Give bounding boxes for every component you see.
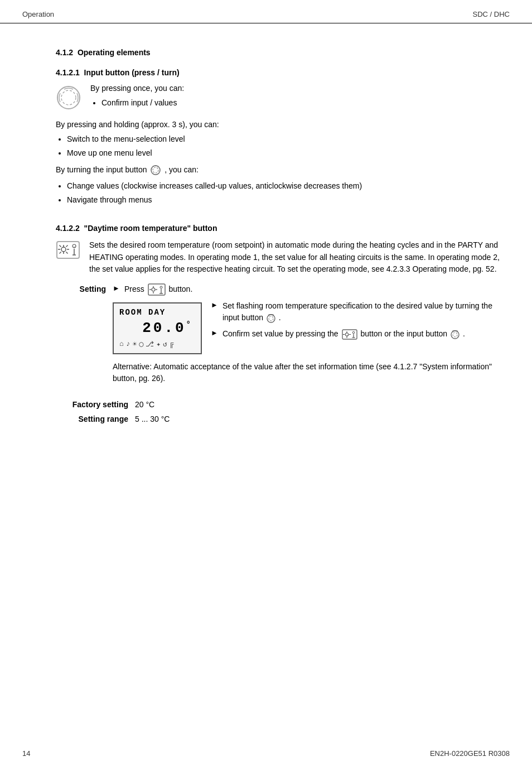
- arrow-2: ►: [211, 301, 218, 309]
- lcd-line1: ROOM DAY: [119, 308, 195, 317]
- setting-section: Setting ► Press: [56, 283, 510, 389]
- turn-intro: By turning the input button , you can:: [56, 165, 510, 176]
- press-once-text: By pressing once, you can: Confirm input…: [90, 84, 184, 114]
- factory-setting-row: Factory setting 20 °C: [56, 400, 510, 409]
- section-412: 4.1.2 Operating elements: [56, 48, 510, 57]
- lcd-line2: 20.0°: [119, 320, 195, 336]
- main-content: 4.1.2 Operating elements 4.1.2.1 Input b…: [0, 23, 532, 446]
- svg-point-2: [151, 166, 160, 175]
- setting-range-row: Setting range 5 ... 30 °C: [56, 415, 510, 423]
- setting-step-2: ► Set flashing room temperature specific…: [211, 300, 510, 324]
- bullet-navigate: Navigate through menus: [67, 194, 510, 206]
- daytime-button-icon: i: [56, 240, 80, 261]
- bullet-menu-level: Switch to the menu-selection level: [67, 133, 510, 145]
- svg-point-23: [152, 288, 155, 291]
- setting-step-1: ► Press: [113, 283, 510, 296]
- svg-rect-4: [57, 242, 79, 258]
- step-3-text: Confirm set value by pressing the: [223, 328, 510, 340]
- bullet-change-values: Change values (clockwise increases calle…: [67, 180, 510, 192]
- steps-2-3: ► Set flashing room temperature specific…: [211, 300, 510, 344]
- range-label: Setting range: [56, 415, 128, 423]
- svg-point-35: [352, 331, 355, 334]
- inline-daytime-icon-2: [341, 329, 361, 338]
- step-1-text: Press: [124, 283, 510, 296]
- section-412-title: 4.1.2 Operating elements: [56, 48, 510, 57]
- svg-text:i: i: [74, 245, 75, 249]
- factory-value: 20 °C: [135, 400, 154, 409]
- section-4122: 4.1.2.2 "Daytime room temperature" butto…: [56, 224, 510, 423]
- svg-point-34: [345, 333, 349, 336]
- section-4121: 4.1.2.1 Input button (press / turn) By p…: [56, 68, 510, 206]
- svg-line-10: [66, 252, 68, 254]
- svg-point-39: [453, 333, 457, 337]
- svg-point-38: [451, 331, 459, 339]
- alternative-text: Alternative: Automatic acceptance of the…: [113, 361, 510, 384]
- header-left: Operation: [22, 10, 54, 18]
- turn-bullets: Change values (clockwise increases calle…: [67, 180, 510, 206]
- factory-label: Factory setting: [56, 400, 128, 409]
- page-number: 14: [22, 749, 30, 758]
- svg-point-1: [61, 90, 76, 105]
- daytime-desc-row: i Sets the desired room temperature (roo…: [56, 239, 510, 276]
- setting-step-3: ► Confirm set value by pressing the: [211, 328, 510, 340]
- svg-line-9: [60, 245, 61, 247]
- press-once-area: By pressing once, you can: Confirm input…: [56, 84, 510, 114]
- section-4122-title: 4.1.2.2 "Daytime room temperature" butto…: [56, 224, 510, 233]
- lcd-icons: ⌂ ♪ ☀ ◯ ⎇ ✦ ↺ ╔: [119, 340, 195, 349]
- input-button-icon: [56, 85, 81, 112]
- section-4121-title: 4.1.2.1 Input button (press / turn): [56, 68, 510, 77]
- setting-content: ► Press: [113, 283, 510, 389]
- svg-line-12: [60, 252, 61, 254]
- inline-rotary-icon-3: [449, 329, 463, 338]
- range-value: 5 ... 30 °C: [135, 415, 170, 423]
- header-right: SDC / DHC: [473, 10, 510, 18]
- setting-label: Setting: [56, 283, 106, 293]
- page-footer: 14 EN2H-0220GE51 R0308: [22, 749, 510, 758]
- press-once-bullets: Confirm input / values: [101, 97, 184, 109]
- page-header: Operation SDC / DHC: [0, 0, 532, 23]
- svg-line-11: [66, 245, 68, 247]
- arrow-1: ►: [113, 284, 120, 292]
- setting-display-area: ROOM DAY 20.0° ⌂ ♪ ☀ ◯ ⎇ ✦ ↺: [113, 300, 510, 354]
- bullet-confirm: Confirm input / values: [101, 97, 184, 109]
- step-2-text: Set flashing room temperature specificat…: [223, 300, 510, 324]
- svg-point-27: [267, 315, 275, 322]
- inline-rotary-icon-2: [265, 313, 279, 322]
- bullet-move-up: Move up one menu level: [67, 147, 510, 159]
- svg-point-13: [61, 247, 66, 252]
- svg-point-24: [160, 286, 162, 288]
- inline-daytime-icon-1: [147, 285, 169, 293]
- daytime-description: Sets the desired room temperature (room …: [89, 239, 510, 276]
- svg-point-28: [269, 316, 273, 321]
- doc-id: EN2H-0220GE51 R0308: [430, 749, 510, 758]
- svg-point-0: [57, 86, 80, 109]
- inline-rotary-icon: [149, 165, 165, 174]
- lcd-display: ROOM DAY 20.0° ⌂ ♪ ☀ ◯ ⎇ ✦ ↺: [113, 302, 202, 354]
- arrow-3: ►: [211, 329, 218, 337]
- press-hold-bullets: Switch to the menu-selection level Move …: [67, 133, 510, 159]
- svg-point-3: [153, 167, 158, 173]
